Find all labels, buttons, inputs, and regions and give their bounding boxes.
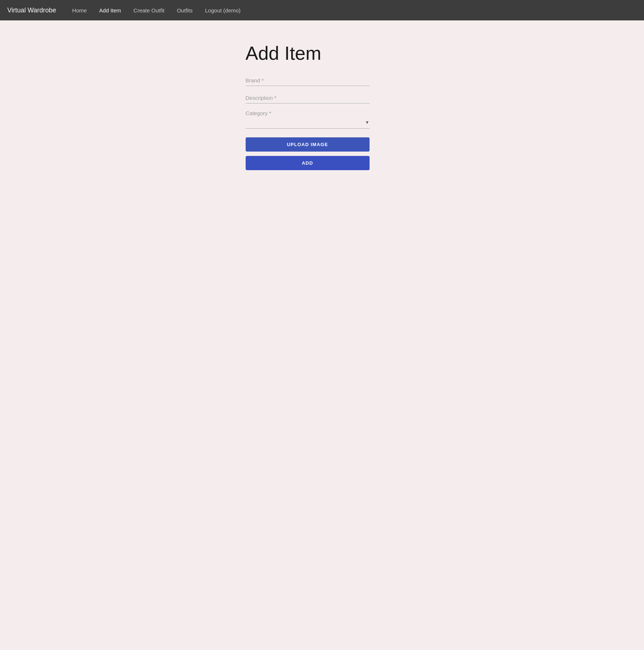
nav-link-add-item[interactable]: Add Item	[94, 5, 126, 16]
navbar: Virtual Wardrobe Home Add Item Create Ou…	[0, 0, 644, 20]
page-title: Add Item	[246, 42, 399, 64]
brand-input[interactable]	[246, 75, 370, 86]
nav-brand[interactable]: Virtual Wardrobe	[7, 7, 56, 14]
category-select[interactable]: Tops Bottoms Shoes Accessories Outerwear	[246, 118, 365, 127]
description-field	[246, 93, 399, 103]
nav-links: Home Add Item Create Outfit Outfits Logo…	[67, 5, 246, 16]
add-button[interactable]: ADD	[246, 156, 370, 170]
description-input[interactable]	[246, 93, 370, 103]
nav-link-home[interactable]: Home	[67, 5, 92, 16]
category-select-row: Tops Bottoms Shoes Accessories Outerwear…	[246, 118, 370, 129]
main-content: Add Item Category * Tops Bottoms Shoes A…	[0, 20, 644, 170]
upload-image-button[interactable]: UPLOAD IMAGE	[246, 137, 370, 152]
nav-link-outfits[interactable]: Outfits	[172, 5, 198, 16]
nav-link-logout[interactable]: Logout (demo)	[200, 5, 246, 16]
brand-field	[246, 75, 399, 86]
form-container: Add Item Category * Tops Bottoms Shoes A…	[246, 42, 399, 170]
category-field: Category * Tops Bottoms Shoes Accessorie…	[246, 110, 399, 129]
chevron-down-icon: ▼	[365, 120, 370, 125]
category-label: Category *	[246, 110, 399, 116]
nav-link-create-outfit[interactable]: Create Outfit	[128, 5, 169, 16]
